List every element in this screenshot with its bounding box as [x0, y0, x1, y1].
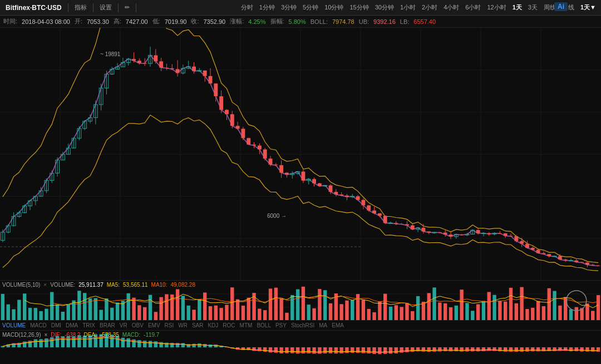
close-label: 收: [191, 17, 199, 26]
tab-roc[interactable]: ROC [223, 322, 235, 328]
lb-value: 6557.40 [413, 18, 436, 25]
main-chart[interactable]: ~ 19891 6000 → [0, 28, 601, 281]
amp-label: 振幅: [270, 17, 284, 26]
tab-psy[interactable]: PSY [275, 322, 287, 328]
low-value: 7019.90 [165, 18, 187, 25]
tab-wr[interactable]: WR [178, 322, 188, 328]
toolbar: Bitfinex·BTC·USD 指标 设置 ✏ 分时 1分钟 3分钟 5分钟 … [0, 0, 601, 16]
tf-6h[interactable]: 6小时 [462, 2, 484, 13]
sep3 [118, 3, 119, 12]
ma5-value: 53,565.11 [123, 282, 148, 288]
ma10-value: 49,082.28 [170, 282, 195, 288]
symbol-label: Bitfinex·BTC·USD [2, 4, 65, 12]
tab-brar[interactable]: BRAR [100, 322, 115, 328]
macd-chart[interactable]: MACD(12,26,9) × DIF: -638.2 DEA: -578.35… [0, 331, 601, 364]
ma10-label: MA10: [151, 282, 168, 288]
tf-3m[interactable]: 3分钟 [278, 2, 299, 13]
open-value: 7053.30 [87, 18, 109, 25]
amp-value: 5.80% [289, 18, 306, 25]
indicators-btn[interactable]: 指标 [71, 2, 90, 13]
time-label: 时间: [3, 17, 17, 26]
dea-label: DEA: [84, 332, 97, 338]
ma5-label: MA5: [107, 282, 120, 288]
tab-dma[interactable]: DMA [66, 322, 78, 328]
macd-title: MACD(12,26,9) [2, 332, 41, 338]
boll-label: BOLL: [311, 18, 328, 25]
macd-label-bar: MACD(12,26,9) × DIF: -638.2 DEA: -578.35… [2, 332, 159, 338]
lb-label: LB: [400, 18, 410, 25]
macd-val-label: MACD: [122, 332, 140, 338]
tab-ma[interactable]: MA [319, 322, 327, 328]
indicator-tabs: VOLUME MACD DMI DMA TRIX BRAR VR OBV EMV… [0, 320, 601, 330]
sep2 [93, 3, 93, 12]
tab-sar[interactable]: SAR [192, 322, 204, 328]
change-value: 4.25% [248, 18, 265, 25]
dif-label: DIF: [51, 332, 61, 338]
sep1 [68, 3, 68, 12]
tab-kdj[interactable]: KDJ [208, 322, 218, 328]
change-label: 涨幅: [230, 17, 244, 26]
macd-value: -119.7 [144, 332, 159, 338]
ai-badge[interactable]: Ai [554, 2, 568, 11]
vol-label: VOLUME: [50, 282, 75, 288]
tf-10m[interactable]: 10分钟 [322, 2, 346, 13]
timeframe-buttons: 分时 1分钟 3分钟 5分钟 10分钟 15分钟 30分钟 1小时 2小时 4小… [238, 2, 599, 13]
draw-btn[interactable]: ✏ [121, 3, 133, 12]
chart-container: ~ 19891 6000 → VOLUME(5,10) × VOLUME: 25… [0, 28, 601, 364]
sep4 [136, 3, 136, 12]
tab-mtm[interactable]: MTM [240, 322, 253, 328]
tf-1d[interactable]: 1天 [510, 2, 525, 13]
tf-fen[interactable]: 分时 [238, 2, 256, 13]
vol-close-btn[interactable]: × [43, 282, 47, 288]
tab-rsi[interactable]: RSI [165, 322, 174, 328]
tab-vr[interactable]: VR [120, 322, 127, 328]
time-value: 2018-04-03 08:00 [22, 18, 70, 25]
tab-ema[interactable]: EMA [332, 322, 344, 328]
dif-value: -638.2 [65, 332, 80, 338]
tf-30m[interactable]: 30分钟 [372, 2, 397, 13]
tab-obv[interactable]: OBV [132, 322, 144, 328]
tf-3d[interactable]: 3天 [525, 2, 540, 13]
tab-emv[interactable]: EMV [148, 322, 160, 328]
tf-1m[interactable]: 1分钟 [257, 2, 278, 13]
dea-value: -578.35 [100, 332, 119, 338]
tf-1h[interactable]: 1小时 [397, 2, 418, 13]
volume-label-bar: VOLUME(5,10) × VOLUME: 25,911.37 MA5: 53… [2, 282, 195, 288]
vol-value: 25,911.37 [78, 282, 104, 288]
tf-2h[interactable]: 2小时 [419, 2, 440, 13]
tab-macd[interactable]: MACD [30, 322, 46, 328]
open-label: 开: [75, 17, 82, 26]
info-bar: 时间: 2018-04-03 08:00 开: 7053.30 高: 7427.… [0, 16, 601, 28]
volume-chart[interactable]: VOLUME(5,10) × VOLUME: 25,911.37 MA5: 53… [0, 281, 601, 331]
macd-close-btn[interactable]: × [44, 332, 47, 338]
close-value: 7352.90 [203, 18, 225, 25]
tf-12h[interactable]: 12小时 [484, 2, 509, 13]
boll-value: 7974.78 [332, 18, 354, 25]
tab-stochrsi[interactable]: StochRSI [291, 322, 314, 328]
low-label: 低: [152, 17, 160, 26]
vol-title: VOLUME(5,10) [2, 282, 40, 288]
tab-trix[interactable]: TRIX [82, 322, 95, 328]
tf-15m[interactable]: 15分钟 [347, 2, 371, 13]
ub-label: UB: [359, 18, 369, 25]
tf-4h[interactable]: 4小时 [441, 2, 462, 13]
high-label: 高: [114, 17, 121, 26]
tf-5m[interactable]: 5分钟 [300, 2, 321, 13]
tab-volume[interactable]: VOLUME [2, 322, 26, 328]
high-value: 7427.00 [126, 18, 148, 25]
ub-value: 9392.16 [373, 18, 396, 25]
settings-btn[interactable]: 设置 [96, 2, 115, 13]
tab-boll[interactable]: BOLL [257, 322, 271, 328]
tab-dmi[interactable]: DMI [51, 322, 61, 328]
tf-1d-extra[interactable]: 1天▼ [578, 2, 599, 13]
